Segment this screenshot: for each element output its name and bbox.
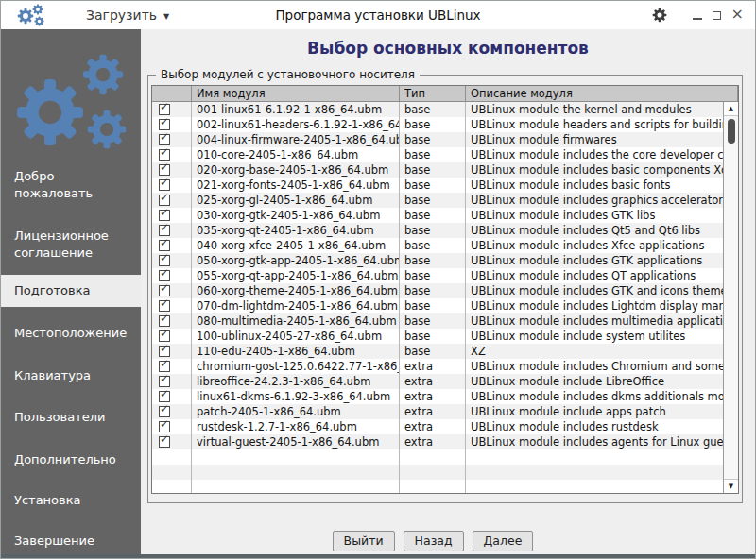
table-row[interactable]: ✓070-dm-lightdm-2405-1-x86_64.ubmbaseUBL… [152, 298, 723, 313]
table-row[interactable]: ✓002-linux61-headers-6.1.92-1-x86_64.ubm… [152, 117, 723, 132]
module-checkbox[interactable]: ✓ [159, 255, 170, 266]
groupbox-label: Выбор модулей с установочного носителя [156, 68, 420, 82]
checkmark-icon: ✓ [160, 102, 169, 114]
module-checkbox[interactable]: ✓ [159, 134, 170, 145]
sidebar-item-preparation[interactable]: Подготовка [1, 275, 141, 307]
module-checkbox[interactable]: ✓ [159, 104, 170, 115]
checkmark-icon: ✓ [160, 374, 169, 386]
table-row[interactable]: ✓035-xorg-qt-2405-1-x86_64.ubmbaseUBLinu… [152, 223, 723, 238]
table-row[interactable]: ✓110-edu-2405-1-x86_64.ubmbaseXZ [152, 344, 723, 359]
module-checkbox[interactable]: ✓ [159, 406, 170, 417]
module-type: base [400, 268, 466, 283]
module-type: extra [400, 359, 466, 374]
module-checkbox[interactable]: ✓ [159, 225, 170, 236]
minimize-button[interactable] [693, 9, 702, 20]
table-row[interactable]: ✓patch-2405-1-x86_64.ubmextraUBLinux mod… [152, 404, 723, 419]
module-description: UBLinux module include LibreOffice [466, 374, 723, 389]
module-checkbox[interactable]: ✓ [159, 421, 170, 432]
sidebar-item-finish[interactable]: Завершение [1, 533, 141, 550]
table-row[interactable]: ✓010-core-2405-1-x86_64.ubmbaseUBLinux m… [152, 147, 723, 162]
module-checkbox[interactable]: ✓ [159, 285, 170, 296]
sidebar-item-additional[interactable]: Дополнительно [1, 451, 141, 468]
module-checkbox[interactable]: ✓ [159, 195, 170, 206]
sidebar-item-label: Подготовка [14, 282, 120, 299]
sidebar-item-license[interactable]: Лицензионное соглашение [1, 228, 141, 262]
module-description: UBLinux module the kernel and modules [466, 102, 723, 117]
empty-cell [152, 465, 192, 480]
module-checkbox[interactable]: ✓ [159, 300, 170, 312]
module-description: UBLinux module includes basic components… [466, 162, 723, 178]
module-checkbox[interactable]: ✓ [159, 361, 170, 372]
module-description: UBLinux module includes dkms additionals… [466, 389, 723, 404]
load-button[interactable]: Загрузить ▼ [86, 8, 169, 23]
sidebar-item-label: Установка [14, 492, 120, 509]
settings-gear-button[interactable] [652, 8, 667, 23]
sidebar-logo-gears-icon [1, 37, 141, 169]
scroll-up-icon[interactable]: ▲ [724, 102, 738, 116]
checkmark-icon: ✓ [160, 193, 169, 205]
table-row[interactable]: ✓100-ublinux-2405-27-x86_64.ubmbaseUBLin… [152, 329, 723, 344]
close-button[interactable]: × [731, 7, 744, 22]
module-checkbox[interactable]: ✓ [159, 330, 170, 342]
module-checkbox[interactable]: ✓ [159, 346, 170, 357]
empty-cell [152, 449, 192, 465]
module-checkbox-cell: ✓ [152, 359, 192, 374]
module-checkbox[interactable]: ✓ [159, 376, 170, 387]
empty-table-row [152, 480, 723, 493]
scrollbar-thumb[interactable] [728, 119, 735, 144]
module-type: base [400, 344, 466, 359]
module-checkbox-cell: ✓ [152, 238, 192, 253]
module-checkbox[interactable]: ✓ [159, 149, 170, 161]
module-table: Имя модуля Тип Описание модуля ✓001-linu… [151, 85, 739, 494]
sidebar-item-welcome[interactable]: Добро пожаловать [1, 168, 141, 202]
sidebar-item-label: Пользователи [14, 409, 120, 426]
table-row[interactable]: ✓030-xorg-gtk-2405-1-x86_64.ubmbaseUBLin… [152, 208, 723, 223]
empty-cell [400, 449, 466, 465]
table-row[interactable]: ✓040-xorg-xfce-2405-1-x86_64.ubmbaseUBLi… [152, 238, 723, 253]
table-row[interactable]: ✓004-linux-firmware-2405-1-x86_64.ubmbas… [152, 132, 723, 147]
table-row[interactable]: ✓001-linux61-6.1.92-1-x86_64.ubmbaseUBLi… [152, 102, 723, 117]
back-button[interactable]: Назад [404, 531, 464, 551]
module-checkbox-cell: ✓ [152, 344, 192, 359]
module-checkbox[interactable]: ✓ [159, 270, 170, 281]
module-checkbox[interactable]: ✓ [159, 164, 170, 176]
module-checkbox[interactable]: ✓ [159, 240, 170, 251]
next-button[interactable]: Далее [472, 531, 534, 551]
sidebar-item-installation[interactable]: Установка [1, 492, 141, 509]
sidebar-item-keyboard[interactable]: Клавиатура [1, 367, 141, 384]
table-row[interactable]: ✓021-xorg-fonts-2405-1-x86_64.ubmbaseUBL… [152, 178, 723, 193]
vertical-scrollbar[interactable]: ▲ ▼ [723, 102, 738, 493]
table-header: Имя модуля Тип Описание модуля [152, 86, 738, 102]
table-row[interactable]: ✓025-xorg-gl-2405-1-x86_64.ubmbaseUBLinu… [152, 193, 723, 208]
module-type: base [400, 283, 466, 298]
table-row[interactable]: ✓020-xorg-base-2405-1-x86_64.ubmbaseUBLi… [152, 162, 723, 178]
checkmark-icon: ✓ [160, 298, 169, 311]
sidebar-item-users[interactable]: Пользователи [1, 409, 141, 426]
module-checkbox[interactable]: ✓ [159, 391, 170, 402]
table-row[interactable]: ✓libreoffice-24.2.3-1-x86_64.ubmextraUBL… [152, 374, 723, 389]
module-checkbox[interactable]: ✓ [159, 315, 170, 327]
table-row[interactable]: ✓linux61-dkms-6.1.92-3-x86_64.ubmextraUB… [152, 389, 723, 404]
table-row[interactable]: ✓060-xorg-theme-2405-1-x86_64.ubmbaseUBL… [152, 283, 723, 298]
checkmark-icon: ✓ [160, 344, 169, 356]
module-type: base [400, 298, 466, 313]
empty-table-row [152, 449, 723, 465]
table-row[interactable]: ✓080-multimedia-2405-1-x86_64.ubmbaseUBL… [152, 313, 723, 329]
module-checkbox[interactable]: ✓ [159, 119, 170, 130]
module-name: rustdesk-1.2.7-1-x86_64.ubm [192, 419, 400, 434]
table-row[interactable]: ✓chromium-gost-125.0.6422.77-1-x86_64.ub… [152, 359, 723, 374]
module-checkbox[interactable]: ✓ [159, 436, 170, 448]
maximize-button[interactable] [713, 11, 721, 20]
table-row[interactable]: ✓virtual-guest-2405-1-x86_64.ubmextraUBL… [152, 434, 723, 449]
empty-cell [466, 480, 723, 493]
module-description: UBLinux module includes the core develop… [466, 147, 723, 162]
module-checkbox[interactable]: ✓ [159, 179, 170, 191]
table-row[interactable]: ✓rustdesk-1.2.7-1-x86_64.ubmextraUBLinux… [152, 419, 723, 434]
table-row[interactable]: ✓055-xorg-qt-app-2405-1-x86_64.ubmbaseUB… [152, 268, 723, 283]
module-checkbox[interactable]: ✓ [159, 210, 170, 221]
module-checkbox-cell: ✓ [152, 389, 192, 404]
scroll-down-icon[interactable]: ▼ [724, 479, 738, 493]
sidebar-item-location[interactable]: Местоположение [1, 325, 141, 342]
exit-button[interactable]: Выйти [333, 531, 395, 551]
table-row[interactable]: ✓050-xorg-gtk-app-2405-1-x86_64.ubmbaseU… [152, 253, 723, 268]
